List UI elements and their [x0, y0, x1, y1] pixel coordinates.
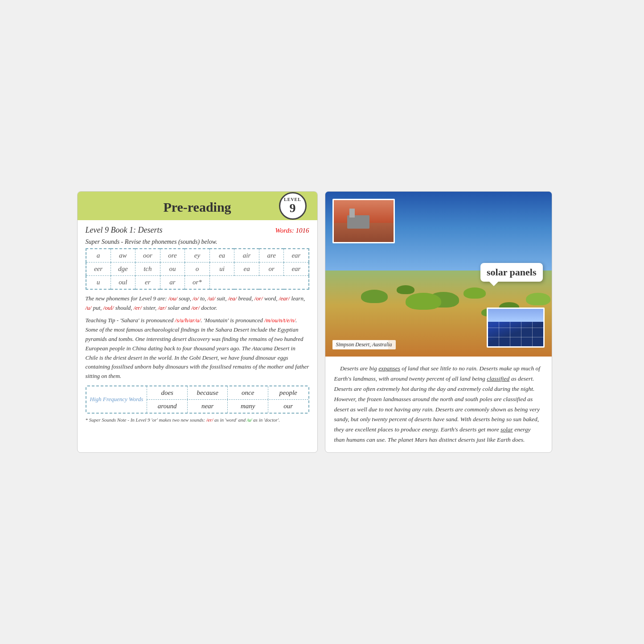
desert-image-area: Mars Research Station solar panels	[325, 192, 552, 357]
phoneme-cell: dge	[111, 262, 135, 275]
phoneme-cell: er	[135, 275, 160, 289]
phoneme-cell: ou	[160, 262, 185, 275]
phoneme-row: uouleraror*	[86, 275, 309, 289]
phoneme-cell: ea	[234, 262, 259, 275]
solar-panels-label: solar panels	[480, 263, 542, 282]
phoneme-cell: air	[234, 249, 259, 263]
shrub	[397, 285, 414, 294]
hfw-cell: around	[147, 400, 188, 413]
hfw-words: does because once people around near man…	[147, 386, 308, 413]
phoneme-cell: are	[259, 249, 284, 263]
level-number: 9	[290, 202, 296, 214]
phoneme-cell: eer	[86, 262, 111, 275]
phoneme-cell: ui	[209, 262, 234, 275]
solar-photo-inner	[488, 309, 543, 346]
phoneme-text: The new phonemes for Level 9 are: /ou/ s…	[86, 294, 309, 313]
phoneme-cell: a	[86, 249, 111, 263]
hfw-cell: near	[188, 400, 228, 413]
shrub	[361, 290, 388, 303]
phoneme-cell: ea	[209, 249, 234, 263]
hfw-label: High Frequency Words	[86, 394, 147, 405]
right-body-text: Deserts are big expanses of land that se…	[325, 357, 552, 453]
page-container: Pre-reading LEVEL 9 Level 9 Book 1: Dese…	[77, 191, 567, 453]
phoneme-row: eerdgetchououieaorear	[86, 262, 309, 275]
phoneme-cell: ear	[284, 262, 309, 275]
phoneme-row: aawoororeeyeaairareear	[86, 249, 309, 263]
super-sounds-label: Super Sounds - Revise the phonemes (soun…	[86, 238, 309, 246]
mars-tower	[349, 209, 355, 217]
hfw-cell: our	[268, 400, 308, 413]
phoneme-cell: ear	[284, 249, 309, 263]
right-panel: Mars Research Station solar panels	[325, 191, 552, 453]
phoneme-cell: ar	[160, 275, 185, 289]
phoneme-cell: ey	[185, 249, 210, 263]
solar-photo	[487, 308, 545, 348]
hfw-cell: many	[228, 400, 268, 413]
hfw-row-1: does because once people	[147, 386, 308, 400]
left-content: Level 9 Book 1: Deserts Words: 1016 Supe…	[78, 220, 317, 428]
prereading-header: Pre-reading LEVEL 9	[78, 192, 317, 220]
shrub	[464, 287, 486, 299]
phoneme-cell: ore	[160, 249, 185, 263]
book-title-row: Level 9 Book 1: Deserts Words: 1016	[86, 226, 309, 235]
words-count: Words: 1016	[275, 227, 309, 234]
phoneme-cell: u	[86, 275, 111, 289]
phoneme-cell: or	[259, 262, 284, 275]
phoneme-cell: oul	[111, 275, 135, 289]
hfw-section: High Frequency Words does because once p…	[86, 386, 309, 414]
mars-photo-inner	[334, 200, 394, 242]
phoneme-cell: oor	[135, 249, 160, 263]
hfw-cell: does	[147, 386, 188, 399]
hfw-cell: because	[188, 386, 228, 399]
prereading-title: Pre-reading	[163, 200, 231, 215]
teaching-tip: Teaching Tip - 'Sahara' is pronounced /s…	[86, 316, 309, 381]
solar-sky	[488, 309, 543, 322]
shrub	[406, 293, 441, 310]
left-panel: Pre-reading LEVEL 9 Level 9 Book 1: Dese…	[77, 191, 318, 453]
mars-photo	[332, 199, 395, 243]
phoneme-grid: aawoororeeyeaairareeareerdgetchououieaor…	[86, 248, 309, 290]
hfw-cell: once	[228, 386, 268, 399]
simpson-caption: Simpson Desert, Australia	[332, 340, 396, 349]
hfw-row-2: around near many our	[147, 400, 308, 413]
shrub	[526, 293, 550, 305]
book-title: Level 9 Book 1: Deserts	[86, 226, 163, 235]
hfw-cell: people	[268, 386, 308, 399]
footnote: * Super Sounds Note - In Level 9 'or' ma…	[86, 417, 309, 422]
phoneme-cell: aw	[111, 249, 135, 263]
phoneme-cell: o	[185, 262, 210, 275]
level-badge: LEVEL 9	[279, 192, 307, 220]
phoneme-cell: tch	[135, 262, 160, 275]
phoneme-cell: or*	[185, 275, 210, 289]
solar-grid-h	[488, 328, 543, 328]
solar-grid-h	[488, 337, 543, 337]
